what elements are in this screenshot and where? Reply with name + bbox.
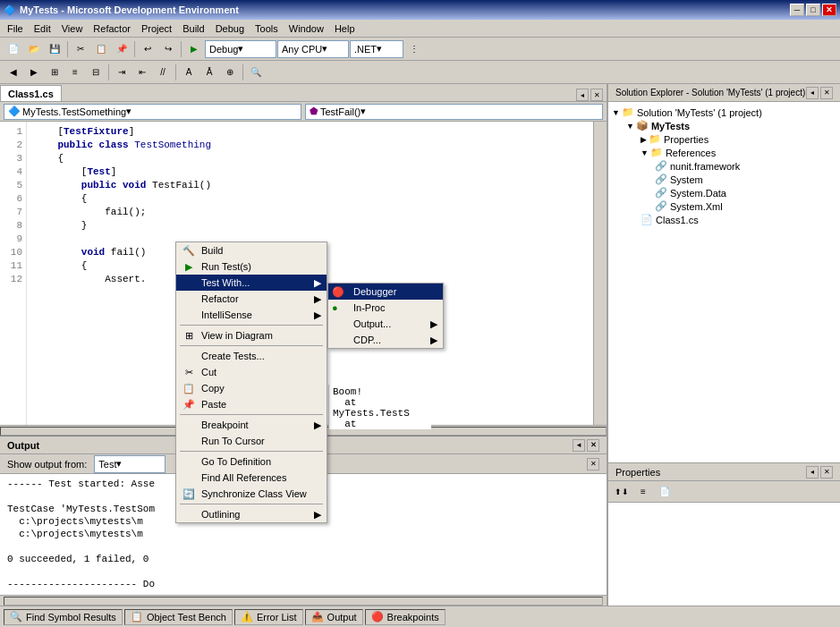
- tb2-comment-btn[interactable]: //: [153, 64, 173, 81]
- cm-diagram-icon: ⊞: [180, 328, 198, 343]
- menu-view[interactable]: View: [56, 21, 89, 36]
- menu-refactor[interactable]: Refactor: [88, 21, 136, 36]
- status-breakpoints[interactable]: 🔴 Breakpoints: [365, 609, 445, 625]
- close-button[interactable]: ✕: [822, 4, 836, 16]
- cm-run-to-cursor[interactable]: Run To Cursor: [176, 433, 327, 449]
- open-btn[interactable]: 📂: [24, 40, 44, 58]
- menu-tools[interactable]: Tools: [250, 21, 284, 36]
- tree-ref-systemxml[interactable]: 🔗 System.Xml: [612, 199, 836, 213]
- tree-ref-system[interactable]: 🔗 System: [612, 173, 836, 186]
- tree-ref-systemdata[interactable]: 🔗 System.Data: [612, 186, 836, 199]
- output-close-x[interactable]: ✕: [587, 458, 599, 470]
- prop-pin-btn[interactable]: ◂: [806, 466, 819, 479]
- tb2-btn7[interactable]: Ā: [199, 64, 219, 81]
- cm-run-tests[interactable]: ▶ Run Test(s): [176, 258, 327, 275]
- tree-references[interactable]: ▼ 📁 References: [612, 146, 836, 159]
- prop-close-btn[interactable]: ✕: [820, 466, 833, 479]
- menu-window[interactable]: Window: [284, 21, 329, 36]
- tree-ref-nunit[interactable]: 🔗 nunit.framework: [612, 159, 836, 173]
- editor-scrollbar[interactable]: [593, 122, 607, 425]
- cm-create-tests[interactable]: Create Tests...: [176, 348, 327, 364]
- redo-btn[interactable]: ↪: [158, 40, 178, 58]
- solution-explorer-content: ▼ 📁 Solution 'MyTests' (1 project) ▼ 📦 M…: [608, 102, 840, 462]
- expand-properties[interactable]: ▶: [641, 135, 647, 144]
- sm-debugger[interactable]: 🔴 Debugger: [328, 284, 443, 300]
- cm-refactor[interactable]: Refactor ▶: [176, 291, 327, 307]
- tb2-btn6[interactable]: A: [179, 64, 199, 81]
- status-output[interactable]: 📤 Output: [305, 609, 363, 625]
- status-find-symbol[interactable]: 🔍 Find Symbol Results: [4, 609, 123, 625]
- expand-solution[interactable]: ▼: [612, 108, 620, 117]
- menu-help[interactable]: Help: [329, 21, 361, 36]
- output-line-7: 0 succeeded, 1 failed, 0: [7, 553, 599, 565]
- prop-sort-btn[interactable]: ⬆⬇: [612, 483, 632, 501]
- tb2-btn3[interactable]: ⊞: [45, 64, 64, 81]
- menu-edit[interactable]: Edit: [29, 21, 56, 36]
- tb2-btn4[interactable]: ≡: [65, 64, 85, 81]
- tree-properties[interactable]: ▶ 📁 Properties: [612, 132, 836, 146]
- pin-tab-btn[interactable]: ◂: [576, 89, 589, 101]
- dotnet-dropdown[interactable]: .NET▾: [350, 40, 403, 58]
- minimize-button[interactable]: ─: [790, 4, 804, 16]
- cut-btn[interactable]: ✂: [71, 40, 90, 58]
- new-file-btn[interactable]: 📄: [4, 40, 23, 58]
- prop-page-btn[interactable]: 📄: [655, 483, 675, 501]
- sm-output[interactable]: Output... ▶: [328, 316, 443, 332]
- run-btn[interactable]: ▶: [184, 40, 204, 58]
- cpu-dropdown[interactable]: Any CPU▾: [277, 40, 349, 58]
- cm-cut[interactable]: ✂ Cut: [176, 364, 327, 380]
- paste-btn[interactable]: 📌: [112, 40, 132, 58]
- class-dropdown[interactable]: 🔷 MyTests.TestSomething▾: [4, 104, 301, 120]
- sm-in-proc[interactable]: ● In-Proc: [328, 300, 443, 316]
- tb2-btn1[interactable]: ◀: [4, 64, 23, 81]
- tb2-btn2[interactable]: ▶: [24, 64, 44, 81]
- undo-btn[interactable]: ↩: [138, 40, 157, 58]
- status-object-test-bench[interactable]: 📋 Object Test Bench: [124, 609, 233, 625]
- tb2-outdent-btn[interactable]: ⇤: [132, 64, 152, 81]
- save-btn[interactable]: 💾: [45, 40, 64, 58]
- copy-btn[interactable]: 📋: [91, 40, 111, 58]
- se-pin-btn[interactable]: ◂: [806, 87, 819, 99]
- tree-project[interactable]: ▼ 📦 MyTests: [612, 119, 836, 132]
- expand-references[interactable]: ▼: [641, 148, 649, 157]
- cm-build[interactable]: 🔨 Build: [176, 242, 327, 258]
- menu-project[interactable]: Project: [136, 21, 177, 36]
- cm-copy[interactable]: 📋 Copy: [176, 380, 327, 396]
- output-source-dropdown[interactable]: Test▾: [94, 455, 165, 473]
- menu-file[interactable]: File: [2, 21, 29, 36]
- menu-build[interactable]: Build: [177, 21, 209, 36]
- output-hscrollbar[interactable]: [0, 595, 607, 606]
- output-pin-btn[interactable]: ◂: [573, 439, 585, 452]
- status-error-list[interactable]: ⚠️ Error List: [234, 609, 303, 625]
- prop-cat-btn[interactable]: ≡: [633, 483, 653, 501]
- maximize-button[interactable]: □: [806, 4, 820, 16]
- output-close-btn[interactable]: ✕: [587, 439, 599, 452]
- cm-paste[interactable]: 📌 Paste: [176, 396, 327, 412]
- cm-intellisense[interactable]: IntelliSense ▶: [176, 307, 327, 323]
- expand-project[interactable]: ▼: [626, 122, 634, 131]
- cm-test-with[interactable]: Test With... ▶: [176, 275, 327, 291]
- ref-icon: 🔗: [655, 160, 667, 172]
- right-panel: Solution Explorer - Solution 'MyTests' (…: [607, 84, 840, 606]
- method-dropdown[interactable]: ⬟ TestFail()▾: [305, 104, 603, 120]
- cm-find-refs[interactable]: Find All References: [176, 470, 327, 486]
- tree-solution[interactable]: ▼ 📁 Solution 'MyTests' (1 project): [612, 106, 836, 119]
- tb2-search-btn[interactable]: 🔍: [246, 64, 266, 81]
- cm-outlining[interactable]: Outlining ▶: [176, 506, 327, 522]
- tb2-indent-btn[interactable]: ⇥: [112, 64, 132, 81]
- sm-cdp[interactable]: CDP... ▶: [328, 332, 443, 348]
- editor-tab-class1[interactable]: Class1.cs: [0, 85, 62, 101]
- close-tab-btn[interactable]: ✕: [590, 89, 603, 101]
- cm-sync-class[interactable]: 🔄 Synchronize Class View: [176, 486, 327, 502]
- cm-view-diagram[interactable]: ⊞ View in Diagram: [176, 327, 327, 343]
- more-btn[interactable]: ⋮: [404, 40, 424, 58]
- tree-class1[interactable]: 📄 Class1.cs: [612, 213, 836, 226]
- se-close-btn[interactable]: ✕: [820, 87, 833, 99]
- menu-debug[interactable]: Debug: [210, 21, 250, 36]
- debug-mode-dropdown[interactable]: Debug▾: [205, 40, 276, 58]
- tb2-btn5[interactable]: ⊟: [86, 64, 106, 81]
- cm-breakpoint[interactable]: Breakpoint ▶: [176, 417, 327, 433]
- cm-go-to-def[interactable]: Go To Definition: [176, 453, 327, 470]
- title-bar-controls: ─ □ ✕: [790, 4, 836, 16]
- tb2-btn8[interactable]: ⊕: [220, 64, 240, 81]
